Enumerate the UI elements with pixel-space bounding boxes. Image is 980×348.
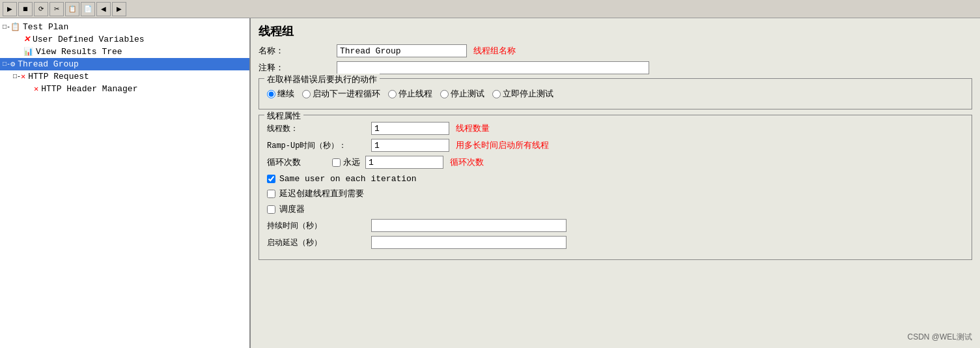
rampup-label: Ramp-Up时间（秒）： xyxy=(267,140,371,151)
loop-input[interactable] xyxy=(365,156,443,169)
thread-count-row: 线程数： 线程数量 xyxy=(267,122,964,135)
radio-stop-test-now-input[interactable] xyxy=(492,90,501,98)
name-annotation: 线程组名称 xyxy=(473,45,516,57)
main-container: □- 📋 Test Plan ✕ User Defined Variables … xyxy=(0,18,980,348)
error-action-group: 在取样器错误后要执行的动作 继续 启动下一进程循环 停止线程 停止测试 xyxy=(259,78,972,109)
radio-group: 继续 启动下一进程循环 停止线程 停止测试 立即停止测试 xyxy=(267,84,964,104)
startup-delay-input[interactable] xyxy=(371,236,567,249)
toolbar-btn-2[interactable]: ⏹ xyxy=(18,2,33,16)
radio-continue[interactable]: 继续 xyxy=(267,88,294,100)
radio-stop-test-input[interactable] xyxy=(440,90,449,98)
radio-continue-label: 继续 xyxy=(277,88,294,100)
sidebar-item-label: HTTP Request xyxy=(28,72,89,81)
delay-create-checkbox[interactable] xyxy=(267,190,275,198)
radio-stop-test[interactable]: 停止测试 xyxy=(440,88,484,100)
rampup-input[interactable] xyxy=(371,139,449,152)
toolbar-btn-5[interactable]: 📋 xyxy=(65,2,79,16)
radio-stop-thread-label: 停止线程 xyxy=(399,88,432,100)
name-input[interactable] xyxy=(337,44,467,57)
scheduler-checkbox[interactable] xyxy=(267,205,275,214)
toolbar-btn-1[interactable]: ▶ xyxy=(3,2,17,16)
sidebar-item-label: Thread Group xyxy=(18,59,79,69)
watermark: CSDN @WEL测试 xyxy=(907,332,972,343)
rampup-row: Ramp-Up时间（秒）： 用多长时间启动所有线程 xyxy=(267,139,964,152)
comment-input[interactable] xyxy=(337,61,649,74)
sidebar-item-thread-group[interactable]: □- ⚙ Thread Group xyxy=(0,58,249,70)
name-label: 名称： xyxy=(259,45,337,57)
thread-props-group: 线程属性 线程数： 线程数量 Ramp-Up时间（秒）： 用多长时间启动所有线程… xyxy=(259,115,972,260)
duration-input[interactable] xyxy=(371,219,567,232)
delay-create-label: 延迟创建线程直到需要 xyxy=(279,188,364,199)
radio-next-loop-label: 启动下一进程循环 xyxy=(313,88,380,100)
radio-next-loop-input[interactable] xyxy=(302,90,311,98)
comment-row: 注释： xyxy=(259,61,972,74)
toolbar-btn-3[interactable]: ⟳ xyxy=(34,2,48,16)
forever-label: 永远 xyxy=(343,156,360,168)
forever-check: 永远 xyxy=(332,156,360,168)
toolbar-btn-8[interactable]: ▶ xyxy=(112,2,126,16)
comment-label: 注释： xyxy=(259,62,337,74)
thread-count-input[interactable] xyxy=(371,122,449,135)
loop-label: 循环次数 xyxy=(267,156,332,168)
http-header-icon: ✕ xyxy=(34,84,38,94)
udf-icon: ✕ xyxy=(23,35,30,44)
test-plan-icon: 📋 xyxy=(10,22,20,32)
sidebar-item-view-results-tree[interactable]: 📊 View Results Tree xyxy=(0,46,249,58)
toolbar-btn-6[interactable]: 📄 xyxy=(81,2,95,16)
http-request-icon: ✕ xyxy=(21,72,25,81)
rampup-annotation: 用多长时间启动所有线程 xyxy=(456,139,549,151)
content-panel: 线程组 名称： 线程组名称 注释： 在取样器错误后要执行的动作 继续 启动下一进… xyxy=(251,18,980,348)
thread-group-icon: ⚙ xyxy=(10,59,15,69)
thread-count-label: 线程数： xyxy=(267,123,371,134)
sidebar: □- 📋 Test Plan ✕ User Defined Variables … xyxy=(0,18,251,348)
delay-create-row: 延迟创建线程直到需要 xyxy=(267,188,964,199)
loop-annotation: 循环次数 xyxy=(450,156,484,168)
scheduler-label: 调度器 xyxy=(279,203,305,215)
radio-stop-test-label: 停止测试 xyxy=(451,88,484,100)
sidebar-item-label: User Defined Variables xyxy=(33,35,145,44)
startup-delay-row: 启动延迟（秒） xyxy=(267,236,964,249)
radio-stop-thread-input[interactable] xyxy=(388,90,397,98)
sidebar-item-http-request[interactable]: □- ✕ HTTP Request xyxy=(0,70,249,83)
sidebar-item-label: HTTP Header Manager xyxy=(41,84,137,94)
expand-icon-http: □- xyxy=(13,73,21,81)
scheduler-row: 调度器 xyxy=(267,203,964,215)
error-action-title: 在取样器错误后要执行的动作 xyxy=(264,74,380,85)
same-user-row: Same user on each iteration xyxy=(267,174,964,184)
loop-row: 循环次数 永远 循环次数 xyxy=(267,156,964,169)
startup-delay-label: 启动延迟（秒） xyxy=(267,237,371,248)
toolbar: ▶ ⏹ ⟳ ✂ 📋 📄 ◀ ▶ xyxy=(0,0,980,18)
sidebar-item-label: View Results Tree xyxy=(36,47,122,57)
panel-title: 线程组 xyxy=(259,23,972,39)
toolbar-btn-7[interactable]: ◀ xyxy=(96,2,111,16)
expand-icon: □- xyxy=(3,23,10,31)
view-results-icon: 📊 xyxy=(23,47,33,57)
radio-stop-thread[interactable]: 停止线程 xyxy=(388,88,432,100)
sidebar-item-test-plan[interactable]: □- 📋 Test Plan xyxy=(0,21,249,33)
sidebar-item-user-defined-vars[interactable]: ✕ User Defined Variables xyxy=(0,33,249,46)
duration-row: 持续时间（秒） xyxy=(267,219,964,232)
thread-props-title: 线程属性 xyxy=(264,110,303,122)
radio-next-loop[interactable]: 启动下一进程循环 xyxy=(302,88,380,100)
sidebar-item-label: Test Plan xyxy=(23,22,68,32)
radio-stop-test-now-label: 立即停止测试 xyxy=(503,88,553,100)
forever-checkbox[interactable] xyxy=(332,158,341,167)
expand-icon-thread: □- xyxy=(3,61,10,68)
duration-label: 持续时间（秒） xyxy=(267,220,371,231)
same-user-checkbox[interactable] xyxy=(267,175,275,183)
sidebar-item-http-header-manager[interactable]: ✕ HTTP Header Manager xyxy=(0,83,249,95)
radio-stop-test-now[interactable]: 立即停止测试 xyxy=(492,88,553,100)
thread-count-annotation: 线程数量 xyxy=(456,123,490,134)
name-row: 名称： 线程组名称 xyxy=(259,44,972,57)
toolbar-btn-4[interactable]: ✂ xyxy=(49,2,64,16)
same-user-label: Same user on each iteration xyxy=(279,174,417,184)
radio-continue-input[interactable] xyxy=(267,90,275,98)
